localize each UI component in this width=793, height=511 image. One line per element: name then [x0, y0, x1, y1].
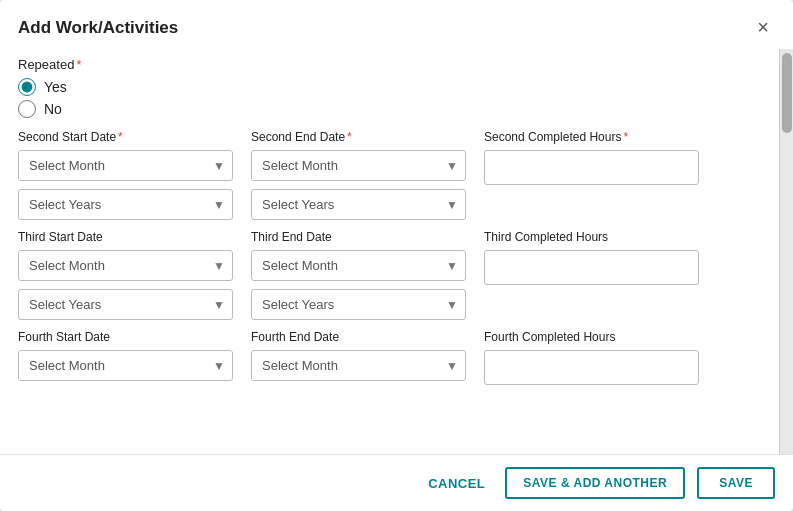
third-end-month-wrapper: Select Month ▼: [251, 250, 466, 281]
fourth-hours-col: Fourth Completed Hours: [484, 330, 699, 385]
second-hours-col: Second Completed Hours*: [484, 130, 699, 185]
second-end-col: Second End Date* Select Month ▼: [251, 130, 466, 185]
third-end-year-wrapper: Select Years ▼: [251, 289, 466, 320]
third-start-month-select[interactable]: Select Month: [18, 250, 233, 281]
fourth-start-month-select[interactable]: Select Month: [18, 350, 233, 381]
second-start-year-select[interactable]: Select Years: [18, 189, 233, 220]
second-end-month-wrapper: Select Month ▼: [251, 150, 466, 181]
second-start-month-select[interactable]: Select Month: [18, 150, 233, 181]
fourth-date-header-row: Fourth Start Date Select Month ▼ Fourth …: [18, 330, 761, 385]
repeated-section: Repeated* Yes No: [18, 57, 761, 118]
fourth-date-group: Fourth Start Date Select Month ▼ Fourth …: [18, 330, 761, 385]
required-star: *: [623, 130, 628, 144]
modal-footer: CANCEL SAVE & ADD ANOTHER SAVE: [0, 454, 793, 511]
third-start-year-wrapper: Select Years ▼: [18, 289, 233, 320]
third-year-row: Select Years ▼ Select Years ▼: [18, 289, 761, 320]
fourth-end-label: Fourth End Date: [251, 330, 466, 344]
radio-group: Yes No: [18, 78, 761, 118]
fourth-start-label: Fourth Start Date: [18, 330, 233, 344]
second-end-year-wrapper: Select Years ▼: [251, 189, 466, 220]
fourth-start-month-wrapper: Select Month ▼: [18, 350, 233, 381]
third-hours-input[interactable]: [484, 250, 699, 285]
third-end-month-select[interactable]: Select Month: [251, 250, 466, 281]
fourth-end-col: Fourth End Date Select Month ▼: [251, 330, 466, 385]
scrollbar-thumb[interactable]: [782, 53, 792, 133]
third-hours-label: Third Completed Hours: [484, 230, 699, 244]
close-button[interactable]: ×: [751, 14, 775, 41]
save-button[interactable]: SAVE: [697, 467, 775, 499]
third-end-year-select[interactable]: Select Years: [251, 289, 466, 320]
repeated-label: Repeated*: [18, 57, 761, 72]
third-start-label: Third Start Date: [18, 230, 233, 244]
add-work-activities-modal: Add Work/Activities × Repeated* Yes No: [0, 0, 793, 511]
fourth-hours-input[interactable]: [484, 350, 699, 385]
required-star: *: [76, 57, 81, 72]
second-end-month-select[interactable]: Select Month: [251, 150, 466, 181]
modal-header: Add Work/Activities ×: [0, 0, 793, 49]
third-hours-col: Third Completed Hours: [484, 230, 699, 285]
second-start-year-wrapper: Select Years ▼: [18, 189, 233, 220]
modal-body: Repeated* Yes No: [0, 49, 779, 454]
fourth-start-col: Fourth Start Date Select Month ▼: [18, 330, 233, 385]
fourth-end-month-wrapper: Select Month ▼: [251, 350, 466, 381]
second-date-group: Second Start Date* Select Month ▼ Second…: [18, 130, 761, 220]
third-date-header-row: Third Start Date Select Month ▼ Third En…: [18, 230, 761, 285]
second-hours-input[interactable]: [484, 150, 699, 185]
radio-no-label: No: [44, 101, 62, 117]
required-star: *: [118, 130, 123, 144]
radio-yes-label: Yes: [44, 79, 67, 95]
third-date-group: Third Start Date Select Month ▼ Third En…: [18, 230, 761, 320]
third-start-year-select[interactable]: Select Years: [18, 289, 233, 320]
radio-yes[interactable]: Yes: [18, 78, 761, 96]
second-start-col: Second Start Date* Select Month ▼: [18, 130, 233, 185]
modal-title: Add Work/Activities: [18, 18, 178, 38]
third-start-col: Third Start Date Select Month ▼: [18, 230, 233, 285]
cancel-button[interactable]: CANCEL: [420, 470, 493, 497]
radio-yes-input[interactable]: [18, 78, 36, 96]
fourth-end-month-select[interactable]: Select Month: [251, 350, 466, 381]
scrollbar[interactable]: [779, 49, 793, 454]
third-end-col: Third End Date Select Month ▼: [251, 230, 466, 285]
third-end-label: Third End Date: [251, 230, 466, 244]
second-year-row: Select Years ▼ Select Years ▼: [18, 189, 761, 220]
fourth-hours-label: Fourth Completed Hours: [484, 330, 699, 344]
second-start-month-wrapper: Select Month ▼: [18, 150, 233, 181]
second-start-label: Second Start Date*: [18, 130, 233, 144]
third-start-month-wrapper: Select Month ▼: [18, 250, 233, 281]
save-add-another-button[interactable]: SAVE & ADD ANOTHER: [505, 467, 685, 499]
second-date-header-row: Second Start Date* Select Month ▼ Second…: [18, 130, 761, 185]
radio-no[interactable]: No: [18, 100, 761, 118]
radio-no-input[interactable]: [18, 100, 36, 118]
second-hours-label: Second Completed Hours*: [484, 130, 699, 144]
second-end-year-select[interactable]: Select Years: [251, 189, 466, 220]
second-end-label: Second End Date*: [251, 130, 466, 144]
required-star: *: [347, 130, 352, 144]
